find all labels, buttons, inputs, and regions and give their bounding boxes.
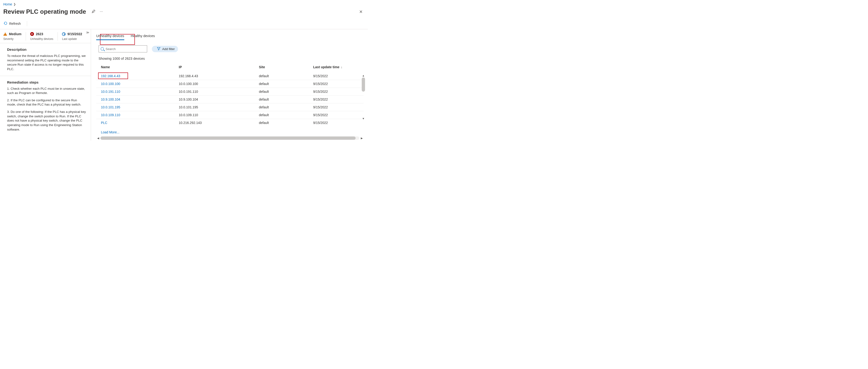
- device-site: default: [256, 111, 311, 119]
- devices-table-wrapper: Name IP Site Last update time↓ 192.168.4…: [96, 62, 364, 126]
- stat-unhealthy: ✕2623 Unhealthy devices: [26, 32, 58, 40]
- device-name-link[interactable]: 10.0.109.110: [101, 113, 120, 117]
- breadcrumb-home[interactable]: Home: [3, 2, 12, 6]
- description-section: Description To reduce the threat of mali…: [0, 43, 91, 76]
- sort-desc-icon: ↓: [341, 65, 342, 69]
- command-bar: Refresh: [0, 19, 368, 29]
- expand-stats-icon[interactable]: ≫: [86, 31, 89, 34]
- device-last-update: 9/15/2022: [311, 72, 364, 80]
- remediation-section: Remediation steps 1. Check whether each …: [0, 76, 91, 136]
- unhealthy-label: Unhealthy devices: [30, 37, 53, 40]
- remediation-step-1: 1. Check whether each PLC must be in uns…: [7, 87, 86, 95]
- severity-value: Medium: [9, 32, 22, 36]
- stat-last-update: 9/15/2022 Last update: [58, 32, 86, 40]
- device-name-link[interactable]: 10.9.100.104: [101, 97, 120, 101]
- device-name-link[interactable]: 10.0.100.100: [101, 82, 120, 86]
- search-input[interactable]: [106, 47, 145, 51]
- summary-stats: Medium Severity ✕2623 Unhealthy devices …: [0, 29, 91, 43]
- device-site: default: [256, 104, 311, 111]
- remediation-step-3: 3. Do one of the following: If the PLC h…: [7, 110, 86, 132]
- scroll-down-icon[interactable]: ▼: [362, 117, 365, 120]
- device-site: default: [256, 95, 311, 104]
- search-icon: [101, 47, 104, 51]
- table-row[interactable]: 10.9.100.10410.9.100.104default9/15/2022: [96, 95, 364, 104]
- refresh-label: Refresh: [9, 22, 21, 26]
- last-update-value: 9/15/2022: [67, 32, 82, 36]
- horizontal-scrollbar[interactable]: ◀ ▶: [96, 137, 364, 140]
- header-actions: ···: [92, 9, 103, 14]
- page-header: Review PLC operating mode ··· ✕: [0, 7, 368, 19]
- device-ip: 10.0.191.110: [176, 88, 256, 95]
- breadcrumb: Home ❯: [0, 0, 368, 7]
- hscroll-track[interactable]: [100, 137, 360, 140]
- search-input-wrapper[interactable]: [99, 45, 147, 52]
- device-ip: 192.168.4.43: [176, 72, 256, 80]
- filter-row: Add filter: [99, 45, 364, 52]
- device-site: default: [256, 80, 311, 88]
- page-title: Review PLC operating mode: [3, 8, 86, 15]
- tab-healthy-devices[interactable]: Healthy devices: [131, 33, 155, 40]
- description-body: To reduce the threat of malicious PLC pr…: [7, 54, 86, 72]
- chevron-right-icon: ❯: [13, 3, 16, 6]
- unhealthy-value: 2623: [36, 32, 43, 36]
- devices-table: Name IP Site Last update time↓ 192.168.4…: [96, 62, 364, 126]
- device-last-update: 9/15/2022: [311, 104, 364, 111]
- scroll-track[interactable]: [362, 78, 365, 117]
- col-last-update[interactable]: Last update time↓: [311, 62, 364, 72]
- device-site: default: [256, 119, 311, 127]
- result-count: Showing 1000 of 2623 devices: [99, 57, 364, 60]
- table-row[interactable]: 10.0.101.19510.0.101.195default9/15/2022: [96, 104, 364, 111]
- device-site: default: [256, 88, 311, 95]
- table-header-row: Name IP Site Last update time↓: [96, 62, 364, 72]
- hscroll-thumb[interactable]: [100, 137, 355, 140]
- refresh-icon: [4, 22, 7, 26]
- scroll-up-icon[interactable]: ▲: [362, 74, 365, 77]
- close-button[interactable]: ✕: [357, 8, 365, 15]
- table-row[interactable]: 10.0.109.11010.0.109.110default9/15/2022: [96, 111, 364, 119]
- device-ip: 10.0.109.110: [176, 111, 256, 119]
- stat-severity: Medium Severity: [3, 32, 26, 40]
- col-name[interactable]: Name: [96, 62, 176, 72]
- remediation-heading: Remediation steps: [7, 80, 86, 84]
- device-ip: 10.0.100.100: [176, 80, 256, 88]
- device-last-update: 9/15/2022: [311, 111, 364, 119]
- device-last-update: 9/15/2022: [311, 80, 364, 88]
- refresh-button[interactable]: Refresh: [3, 21, 21, 27]
- col-site[interactable]: Site: [256, 62, 311, 72]
- table-row[interactable]: 192.168.4.43192.168.4.43default9/15/2022: [96, 72, 364, 80]
- device-site: default: [256, 72, 311, 80]
- device-tabs: Unhealthy devices Healthy devices: [96, 33, 364, 40]
- vertical-scrollbar[interactable]: ▲ ▼: [362, 74, 365, 120]
- error-icon: ✕: [30, 32, 34, 36]
- add-filter-label: Add filter: [162, 47, 175, 51]
- table-row[interactable]: 10.0.100.10010.0.100.100default9/15/2022: [96, 80, 364, 88]
- clock-icon: [62, 32, 66, 36]
- add-filter-button[interactable]: Add filter: [152, 46, 178, 52]
- scroll-right-icon[interactable]: ▶: [360, 137, 364, 140]
- device-ip: 10.216.292.143: [176, 119, 256, 127]
- remediation-step-2: 2. If the PLC can be configured to the s…: [7, 98, 86, 107]
- scroll-thumb[interactable]: [362, 78, 365, 92]
- device-name-link[interactable]: PLC: [101, 121, 107, 125]
- filter-icon: [157, 47, 160, 51]
- last-update-label: Last update: [62, 37, 82, 40]
- device-last-update: 9/15/2022: [311, 88, 364, 95]
- tab-unhealthy-devices[interactable]: Unhealthy devices: [96, 33, 124, 40]
- pin-icon[interactable]: [92, 9, 95, 14]
- scroll-left-icon[interactable]: ◀: [96, 137, 100, 140]
- more-icon[interactable]: ···: [100, 9, 103, 14]
- details-panel: Medium Severity ✕2623 Unhealthy devices …: [0, 29, 91, 141]
- device-name-link[interactable]: 10.0.191.110: [101, 90, 120, 93]
- warning-icon: [3, 32, 7, 36]
- device-last-update: 9/15/2022: [311, 95, 364, 104]
- device-ip: 10.9.100.104: [176, 95, 256, 104]
- table-row[interactable]: 10.0.191.11010.0.191.110default9/15/2022: [96, 88, 364, 95]
- severity-label: Severity: [3, 37, 22, 40]
- device-ip: 10.0.101.195: [176, 104, 256, 111]
- device-name-link[interactable]: 192.168.4.43: [101, 74, 120, 78]
- table-row[interactable]: PLC10.216.292.143default9/15/2022: [96, 119, 364, 127]
- device-name-link[interactable]: 10.0.101.195: [101, 105, 120, 109]
- device-last-update: 9/15/2022: [311, 119, 364, 127]
- load-more-link[interactable]: Load More...: [101, 130, 364, 134]
- col-ip[interactable]: IP: [176, 62, 256, 72]
